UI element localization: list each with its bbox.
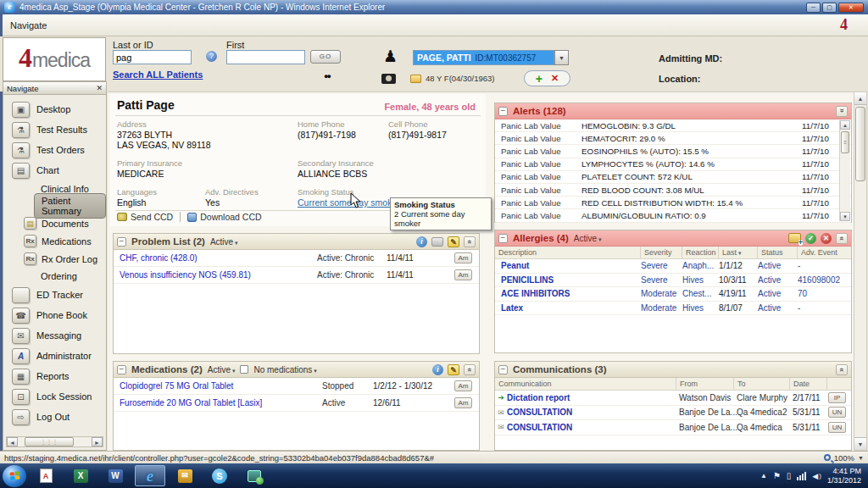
edit-note-icon[interactable]: ✎ [448,236,459,247]
action-center-flag-icon[interactable]: ⚑ [773,472,781,480]
advanced-search-icon[interactable]: ●● [324,72,330,80]
alert-row[interactable]: Panic Lab ValueHEMATOCRIT: 29.0 %11/7/10 [495,132,851,145]
sidebar-item-log-out[interactable]: ⇨Log Out [3,407,106,427]
alert-row[interactable]: Panic Lab ValuePLATELET COUNT: 572 K/UL1… [495,171,851,184]
sidebar-item-ordering[interactable]: Ordering [3,268,106,285]
communication-row[interactable]: ✉ CONSULTATION Banjoe De La... Qa 4medic… [495,420,851,435]
search-all-patients-link[interactable]: Search ALL Patients [113,69,203,80]
alert-row[interactable]: Panic Lab ValueLYMPHOCYTES % (AUTO): 14.… [495,158,851,171]
sidebar-item-test-orders[interactable]: ⚗Test Orders [3,140,106,160]
first-name-input[interactable] [226,50,305,64]
show-hidden-icons[interactable]: ▲ [760,472,767,480]
sidebar-item-phone-book[interactable]: ☎Phone Book [3,305,106,325]
sidebar-item-messaging[interactable]: ✉Messaging [3,325,106,346]
allergy-row[interactable]: LatexModerateHives8/1/07Active- [495,302,851,316]
sidebar-item-reports[interactable]: ▦Reports [3,366,106,386]
collapse-minus-icon[interactable]: − [498,107,508,116]
alert-row[interactable]: Panic Lab ValueHEMOGLOBIN: 9.3 G/DL11/7/… [495,119,851,132]
alert-row[interactable]: Panic Lab ValueALBUMIN/GLOBULIN RATIO: 0… [495,209,851,222]
col-status[interactable]: Status [758,247,798,258]
power-icon[interactable]: ▯ [787,472,792,480]
zoom-caret-icon[interactable]: ▼ [858,455,864,461]
taskbar-app-skype[interactable]: S [204,465,235,486]
patient-photo-icon[interactable] [381,74,396,84]
scroll-thumb[interactable]: ≡ [841,131,849,153]
sidebar-item-administrator[interactable]: AAdministrator [3,346,106,366]
confirm-icon[interactable]: ✓ [805,233,816,244]
collapse-minus-icon[interactable]: − [117,365,126,374]
patient-selector[interactable]: PAGE, PATTI ID:MT00362757 [413,50,554,65]
info-icon[interactable]: i [432,364,443,375]
communication-row[interactable]: ✉ CONSULTATION Banjoe De La... Qa 4medic… [495,406,851,421]
allergy-row[interactable]: PeanutSevereAnaph...1/1/12Active- [495,259,851,274]
zoom-magnifier-icon[interactable] [824,454,831,461]
medications-collapse-icon[interactable]: « [464,364,476,375]
volume-icon[interactable]: ◀) [812,472,821,480]
col-reaction[interactable]: Reaction [682,247,719,258]
sidebar-item-rx-order-log[interactable]: RxRx Order Log [3,250,106,268]
send-ccd-button[interactable]: Send CCD [131,212,173,222]
go-button[interactable]: GO [310,50,341,64]
amend-badge[interactable]: Am [454,269,472,280]
remove-patient-icon[interactable]: ✕ [551,73,559,84]
page-scrollbar[interactable]: ▲ ▼ [854,92,867,451]
add-allergy-icon[interactable] [788,233,801,243]
taskbar-app-remote[interactable] [239,465,270,486]
col-last-sorted[interactable]: Last [719,247,758,258]
collapse-minus-icon[interactable]: − [498,234,508,243]
scroll-down-icon[interactable]: ▼ [840,212,850,221]
menu-navigate[interactable]: Navigate [10,20,47,30]
scroll-right-icon[interactable]: ► [92,437,103,446]
start-button[interactable] [3,465,26,487]
network-icon[interactable] [797,472,806,480]
amend-badge[interactable]: Am [454,252,472,263]
problem-filter-dropdown[interactable]: Active [210,237,238,247]
sidebar-item-medications[interactable]: RxMedications [3,232,106,250]
medication-row[interactable]: Clopidogrel 75 MG Oral Tablet Stopped 1/… [114,378,479,395]
col-description[interactable]: Description [495,247,641,258]
allergies-collapse-icon[interactable]: « [836,233,848,244]
add-patient-icon[interactable]: + [536,73,542,85]
sidebar-item-lock-session[interactable]: ⊡Lock Session [3,386,106,407]
alert-row[interactable]: Panic Lab ValueRED CELL DISTRIBUTION WID… [495,197,851,209]
sidebar-close-icon[interactable]: ✕ [96,84,103,92]
download-ccd-button[interactable]: Download CCD [200,212,261,222]
zoom-level[interactable]: 100% [834,453,854,463]
problem-row[interactable]: CHF, chronic (428.0) Active: Chronic 11/… [114,250,479,267]
scroll-up-icon[interactable]: ▲ [840,120,850,130]
taskbar-clock[interactable]: 4:41 PM 1/31/2012 [827,467,861,485]
taskbar-app-word[interactable]: W [100,465,131,486]
scroll-up-icon[interactable]: ▲ [854,92,866,105]
communications-collapse-icon[interactable]: « [836,364,848,375]
close-button[interactable]: ✕ [838,3,864,13]
col-communication[interactable]: Communication [495,378,676,390]
col-from[interactable]: From [676,378,734,390]
minimize-button[interactable]: ─ [806,3,821,13]
sidebar-item-patient-summary[interactable]: Patient Summary [3,197,106,214]
taskbar-app-access[interactable]: A [31,465,61,486]
smoking-status-link[interactable]: Current some day smoker [298,197,400,208]
print-icon[interactable] [431,237,443,247]
alert-row[interactable]: Panic Lab ValueEOSINOPHILS % (AUTO): 15.… [495,145,851,158]
scroll-left-icon[interactable]: ◄ [7,437,18,446]
sidebar-item-ed-tracker[interactable]: ED Tracker [3,285,106,305]
taskbar-app-excel[interactable]: X [65,465,96,486]
collapse-minus-icon[interactable]: − [117,237,126,247]
sidebar-item-chart[interactable]: ▤Chart [3,160,106,180]
problem-row[interactable]: Venous insufficiency NOS (459.81) Active… [114,267,479,284]
help-icon[interactable]: ? [206,51,217,62]
medication-row[interactable]: Furosemide 20 MG Oral Tablet [Lasix] Act… [114,395,479,412]
medications-filter-dropdown[interactable]: Active [208,365,236,374]
allergy-row[interactable]: ACE INHIBITORSModerateChest...4/19/11Act… [495,287,851,302]
allergy-row[interactable]: PENICILLINSSevereHives10/3/11Active41609… [495,274,851,288]
info-icon[interactable]: i [416,236,427,247]
alerts-expand-icon[interactable]: « [836,106,848,117]
sidebar-item-desktop[interactable]: ▣Desktop [3,99,106,119]
col-date[interactable]: Date [790,378,827,390]
alert-row[interactable]: Panic Lab ValueRED BLOOD COUNT: 3.08 M/U… [495,184,851,197]
amend-badge[interactable]: Am [454,397,472,408]
communication-row[interactable]: ➔ Dictation report Watson Davis Clare Mu… [495,391,851,406]
taskbar-app-outlook[interactable]: ✉ [170,465,200,486]
sidebar-item-test-results[interactable]: ⚗Test Results [3,119,106,140]
sidebar-horizontal-scrollbar[interactable]: ◄ ⋮⋮⋮ ► [6,436,103,447]
